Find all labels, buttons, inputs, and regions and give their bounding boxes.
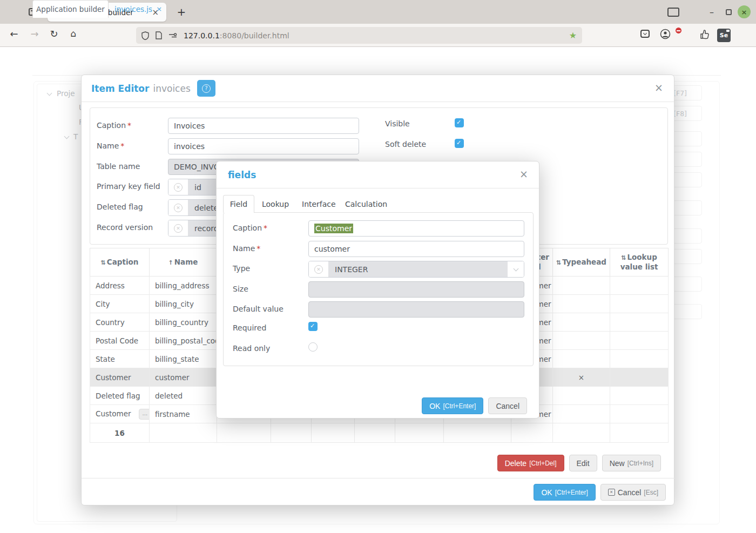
new-button[interactable]: New[Ctrl+Ins]: [602, 455, 661, 471]
visible-checkbox[interactable]: [455, 118, 464, 127]
item-editor-title: Item Editor: [91, 83, 149, 94]
forward-button[interactable]: →: [27, 28, 42, 39]
blocked-badge-icon: [675, 27, 682, 34]
tab-lookup[interactable]: Lookup: [262, 195, 289, 213]
primary-key-label: Primary key field: [97, 182, 160, 191]
item-editor-footer: OK[Ctrl+Enter] ×Cancel[Esc]: [82, 484, 666, 501]
name-input[interactable]: invoices: [168, 138, 359, 154]
row-count: 16: [90, 423, 150, 443]
column-header-name[interactable]: ↑Name: [150, 248, 217, 276]
item-editor-header: Item Editor invoices ? ×: [82, 75, 674, 102]
minimize-button[interactable]: –: [710, 0, 714, 24]
clear-icon[interactable]: ✕: [168, 220, 188, 236]
fields-dialog-close-icon[interactable]: ×: [519, 169, 528, 179]
tab-field[interactable]: Field: [223, 195, 254, 213]
field-readonly-label: Read only: [233, 344, 270, 353]
table-name-label: Table name: [97, 162, 140, 171]
window-list-icon: [667, 8, 679, 17]
selected-text: Customer: [314, 224, 353, 233]
chevron-down-icon[interactable]: [508, 261, 524, 277]
minimize-icon: –: [710, 7, 714, 17]
field-default-label: Default value: [233, 305, 284, 313]
column-header-lookup-value-list[interactable]: ⇅Lookup value list: [610, 248, 669, 276]
caption-label: Caption*: [97, 121, 131, 130]
item-editor-subtitle: invoices: [153, 83, 190, 94]
bookmark-star-icon[interactable]: ★: [569, 30, 577, 41]
field-required-label: Required: [233, 323, 266, 332]
maximize-icon: [726, 9, 732, 15]
field-type-label: Type: [233, 264, 250, 273]
column-header-typeahead[interactable]: ⇅Typeahead: [553, 248, 610, 276]
field-size-label: Size: [233, 285, 248, 293]
required-checkbox[interactable]: [308, 322, 318, 331]
visible-label: Visible: [385, 119, 410, 128]
pocket-button[interactable]: [640, 30, 650, 38]
field-caption-input[interactable]: Customer: [308, 220, 524, 237]
account-icon: [660, 29, 671, 39]
page-tab-application-builder[interactable]: Application builder: [32, 0, 109, 18]
cancel-x-icon: ×: [608, 489, 615, 496]
close-window-button[interactable]: ×: [738, 0, 751, 24]
fields-dialog-footer: OK[Ctrl+Enter] Cancel: [217, 397, 527, 414]
field-caption-label: Caption*: [233, 224, 267, 232]
thumb-icon: [700, 29, 710, 39]
selenium-icon: Se: [717, 29, 731, 42]
help-button[interactable]: ?: [197, 80, 215, 97]
soft-delete-checkbox[interactable]: [455, 139, 464, 148]
caption-input[interactable]: Invoices: [168, 118, 359, 134]
page-tab-invoices-js[interactable]: invoices.js ×: [114, 0, 162, 18]
field-name-input[interactable]: customer: [308, 241, 524, 257]
ok-button[interactable]: OK[Ctrl+Enter]: [534, 484, 595, 501]
cancel-button[interactable]: ×Cancel[Esc]: [600, 484, 666, 501]
browser-titlebar: J Application builder × + – ×: [0, 0, 756, 24]
thumb-extension-button[interactable]: [700, 29, 710, 42]
fields-dialog-title: fields: [228, 170, 256, 180]
page-info-icon[interactable]: [156, 31, 162, 39]
lookup-ellipsis-button[interactable]: ...: [139, 409, 150, 420]
selenium-extension-button[interactable]: Se: [717, 29, 731, 42]
column-header-caption[interactable]: ⇅Caption: [90, 248, 150, 276]
url-text: 127.0.0.1:8080/builder.html: [184, 31, 289, 40]
page-tab-close-icon[interactable]: ×: [156, 5, 162, 13]
footer-divider: [82, 478, 675, 478]
account-button[interactable]: [660, 29, 671, 42]
close-window-icon: ×: [738, 5, 751, 18]
readonly-checkbox[interactable]: [308, 342, 318, 352]
fields-cancel-button[interactable]: Cancel: [488, 397, 527, 414]
window-list-button[interactable]: [667, 0, 679, 24]
new-tab-button[interactable]: +: [174, 4, 189, 19]
url-bar[interactable]: 127.0.0.1:8080/builder.html ★: [136, 27, 582, 44]
fields-dialog: fields × Field Lookup Interface Calculat…: [216, 161, 539, 419]
fields-dialog-header: fields ×: [217, 161, 539, 188]
clear-icon[interactable]: ✕: [168, 179, 188, 195]
screen: J Application builder × + – × ← → ↻ ⌂ 12…: [0, 0, 756, 533]
back-button[interactable]: ←: [6, 28, 22, 39]
edit-button[interactable]: Edit: [569, 455, 597, 471]
clear-icon[interactable]: ✕: [309, 261, 328, 277]
reload-button[interactable]: ↻: [46, 28, 62, 39]
help-icon: ?: [202, 84, 211, 93]
record-version-label: Record version: [97, 223, 153, 232]
tab-interface[interactable]: Interface: [302, 195, 336, 213]
shield-icon[interactable]: [141, 31, 149, 40]
field-default-input[interactable]: [308, 301, 524, 318]
soft-delete-label: Soft delete: [385, 140, 426, 149]
deleted-flag-label: Deleted flag: [97, 203, 143, 211]
name-label: Name*: [97, 141, 124, 150]
delete-button[interactable]: Delete[Ctrl+Del]: [497, 455, 564, 471]
grid-button-row: Delete[Ctrl+Del] Edit New[Ctrl+Ins]: [82, 455, 661, 471]
item-editor-close-icon[interactable]: ×: [654, 83, 663, 93]
grid-footer-row: 16: [90, 423, 669, 443]
field-type-select[interactable]: ✕ INTEGER: [308, 261, 524, 278]
permissions-icon[interactable]: [168, 33, 177, 38]
maximize-button[interactable]: [726, 0, 732, 24]
tab-calculation[interactable]: Calculation: [345, 195, 387, 213]
home-button[interactable]: ⌂: [66, 28, 81, 39]
clear-icon[interactable]: ✕: [168, 200, 188, 215]
field-name-label: Name*: [233, 244, 260, 253]
fields-ok-button[interactable]: OK[Ctrl+Enter]: [422, 397, 483, 414]
field-size-input[interactable]: [308, 281, 524, 298]
